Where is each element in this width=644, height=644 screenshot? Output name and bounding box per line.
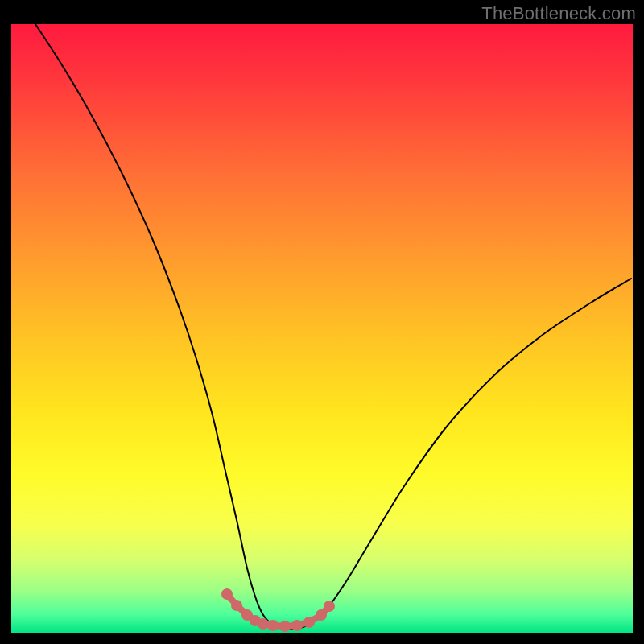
plot-area [11, 24, 633, 633]
bottleneck-curve [35, 24, 631, 630]
highlight-dot [279, 621, 291, 632]
highlight-dot [303, 617, 315, 628]
highlight-dot [324, 601, 335, 612]
highlight-dot [231, 600, 242, 611]
highlight-dot [221, 588, 233, 600]
highlight-dot [291, 620, 303, 631]
highlight-dot [267, 620, 279, 631]
watermark-text: TheBottleneck.com [481, 3, 636, 24]
chart-frame: TheBottleneck.com [0, 0, 644, 644]
highlight-dot [258, 618, 269, 630]
highlight-dot [316, 609, 327, 621]
curve-layer [11, 24, 633, 633]
highlight-marker-group [221, 588, 335, 632]
